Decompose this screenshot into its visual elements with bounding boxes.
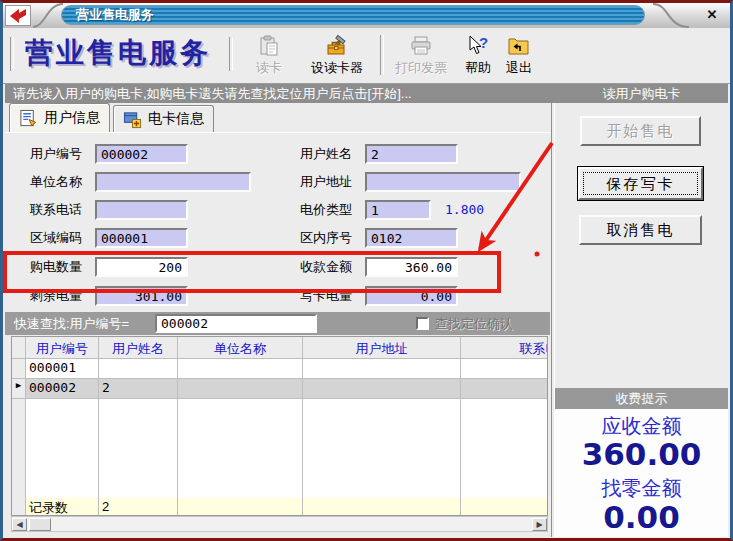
- save-write-card-button[interactable]: 保存写卡: [578, 167, 703, 200]
- col-header-phone[interactable]: 联系电话: [461, 337, 548, 359]
- toolbar-separator: [229, 37, 233, 71]
- quick-search-label: 快速查找:用户编号=: [14, 316, 129, 331]
- user-grid: 用户编号 用户姓名 单位名称 用户地址 联系电话 000001 ▶ 000002…: [11, 336, 548, 516]
- card-icon: [123, 110, 142, 129]
- toolbar-read-card-button[interactable]: 读卡: [243, 34, 295, 77]
- scroll-thumb[interactable]: [29, 518, 51, 531]
- grid-hscrollbar: ◀ ▶: [11, 516, 548, 532]
- titlebar-curve-right: [651, 3, 691, 28]
- cell-user-id: 000002: [26, 379, 99, 399]
- tab-label: 用户信息: [44, 109, 100, 127]
- tab-user-info[interactable]: 用户信息: [9, 103, 110, 132]
- tab-label: 电卡信息: [148, 110, 204, 128]
- region-code-label: 区域编码: [30, 228, 82, 248]
- price-type-label: 电价类型: [300, 200, 352, 220]
- start-sale-button[interactable]: 开始售电: [580, 116, 701, 146]
- unit-name-field[interactable]: [95, 172, 251, 192]
- toolbar-gripper: [10, 37, 14, 71]
- printer-icon: [409, 34, 433, 58]
- toolbar-separator: [380, 35, 384, 75]
- grid-corner-cell: [12, 337, 26, 359]
- serial-no-field[interactable]: [365, 228, 458, 248]
- price-rate-value: 1.800: [445, 200, 484, 220]
- address-label: 用户地址: [300, 172, 352, 192]
- help-cursor-icon: ?: [466, 34, 490, 58]
- app-window: 营业售电服务 ✕ 营业售电服务 读卡: [0, 0, 733, 541]
- table-row[interactable]: 000001: [12, 359, 547, 379]
- purchase-qty-label: 购电数量: [30, 257, 82, 277]
- remaining-label: 剩余电量: [30, 286, 82, 306]
- titlebar-capsule: 营业售电服务: [61, 5, 645, 25]
- col-header-user-name[interactable]: 用户姓名: [99, 337, 178, 359]
- toolbar-button-label: 读卡: [256, 59, 282, 77]
- titlebar: 营业售电服务 ✕: [3, 3, 730, 29]
- user-id-field[interactable]: [95, 144, 188, 164]
- col-header-unit-name[interactable]: 单位名称: [178, 337, 303, 359]
- phone-field[interactable]: [95, 200, 188, 220]
- status-message: 请先读入用户的购电卡,如购电卡遗失请先查找定位用户后点击[开始]...: [5, 84, 557, 103]
- table-row-selected[interactable]: ▶ 000002 2: [12, 379, 547, 399]
- toolbox-icon: [325, 34, 349, 58]
- cell-unit-name: [178, 359, 303, 379]
- col-header-address[interactable]: 用户地址: [303, 337, 461, 359]
- record-count-label: 记录数: [26, 498, 99, 516]
- toolbar: 营业售电服务 读卡 设读卡器: [3, 28, 730, 84]
- purchase-qty-field[interactable]: [95, 257, 188, 277]
- toolbar-help-button[interactable]: ? 帮助: [459, 34, 497, 77]
- unit-name-label: 单位名称: [30, 172, 82, 192]
- toolbar-print-invoice-button[interactable]: 打印发票: [386, 34, 456, 77]
- grid-footer-row: 记录数 2: [12, 498, 547, 516]
- write-card-label: 写卡电量: [300, 286, 352, 306]
- remaining-field[interactable]: [95, 286, 188, 306]
- grid-header-row: 用户编号 用户姓名 单位名称 用户地址 联系电话: [12, 337, 547, 359]
- receivable-amount-value: 360.00: [555, 436, 728, 472]
- cell-phone: [461, 359, 548, 379]
- write-card-field[interactable]: [365, 286, 458, 306]
- svg-text:?: ?: [479, 34, 488, 51]
- exit-folder-icon: [507, 34, 531, 58]
- record-count-value: 2: [99, 498, 178, 516]
- cell-user-name: [99, 359, 178, 379]
- row-indicator-cell: ▶: [12, 379, 26, 399]
- change-amount-value: 0.00: [555, 499, 728, 535]
- cell-unit-name: [178, 379, 303, 399]
- cell-phone: [461, 379, 548, 399]
- price-type-field[interactable]: [365, 200, 431, 220]
- app-logo-icon: [5, 5, 31, 26]
- toolbar-set-reader-button[interactable]: 设读卡器: [299, 34, 375, 77]
- document-icon: [19, 109, 38, 128]
- toolbar-exit-button[interactable]: 退出: [500, 34, 538, 77]
- amount-label: 收款金额: [300, 257, 352, 277]
- toolbar-button-label: 退出: [506, 59, 532, 77]
- selected-row-marker-icon: ▶: [16, 380, 21, 390]
- address-field[interactable]: [365, 172, 521, 192]
- cell-user-name: 2: [99, 379, 178, 399]
- col-header-user-id[interactable]: 用户编号: [26, 337, 99, 359]
- tab-page-edge: [5, 132, 551, 133]
- locate-confirm-checkbox[interactable]: [416, 317, 429, 330]
- clipboard-icon: [257, 34, 281, 58]
- cell-user-id: 000001: [26, 359, 99, 379]
- region-code-field[interactable]: [95, 228, 188, 248]
- cancel-sale-button[interactable]: 取消售电: [579, 215, 702, 245]
- amount-field[interactable]: [365, 257, 458, 277]
- scroll-left-button[interactable]: ◀: [12, 518, 27, 531]
- titlebar-curve-left: [31, 3, 65, 28]
- tab-card-info[interactable]: 电卡信息: [113, 105, 214, 132]
- grid-empty-area: [12, 399, 547, 498]
- fee-notice-header: 收费提示: [555, 388, 728, 409]
- toolbar-button-label: 设读卡器: [311, 59, 363, 77]
- toolbar-button-label: 帮助: [465, 59, 491, 77]
- page-title: 营业售电服务: [25, 34, 211, 72]
- cell-address: [303, 379, 461, 399]
- window-title: 营业售电服务: [76, 6, 644, 23]
- toolbar-button-label: 打印发票: [395, 59, 447, 77]
- scroll-right-button[interactable]: ▶: [532, 518, 547, 531]
- phone-label: 联系电话: [30, 200, 82, 220]
- search-input[interactable]: [155, 314, 317, 333]
- close-button[interactable]: ✕: [703, 7, 721, 23]
- cell-address: [303, 359, 461, 379]
- user-id-label: 用户编号: [30, 144, 82, 164]
- user-name-label: 用户姓名: [300, 144, 352, 164]
- user-name-field[interactable]: [365, 144, 458, 164]
